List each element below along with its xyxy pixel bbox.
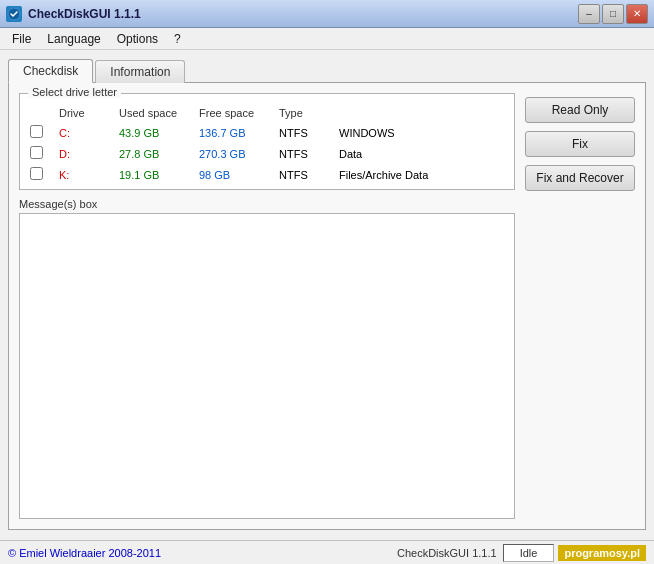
drive-used-2: 19.1 GB [113, 164, 193, 185]
drive-free-2: 98 GB [193, 164, 273, 185]
drive-desc-1: Data [333, 143, 510, 164]
tab-checkdisk[interactable]: Checkdisk [8, 59, 93, 83]
right-panel: Read Only Fix Fix and Recover [525, 93, 635, 519]
tab-information[interactable]: Information [95, 60, 185, 83]
window-controls: – □ ✕ [578, 4, 648, 24]
drive-type-2: NTFS [273, 164, 333, 185]
left-panel: Select drive letter Drive Used space Fre… [19, 93, 515, 519]
main-content: Checkdisk Information Select drive lette… [0, 50, 654, 540]
minimize-button[interactable]: – [578, 4, 600, 24]
drive-free-1: 270.3 GB [193, 143, 273, 164]
table-row: D: 27.8 GB 270.3 GB NTFS Data [24, 143, 510, 164]
fix-button[interactable]: Fix [525, 131, 635, 157]
drive-group-label: Select drive letter [28, 86, 121, 98]
table-row: K: 19.1 GB 98 GB NTFS Files/Archive Data [24, 164, 510, 185]
drive-desc-2: Files/Archive Data [333, 164, 510, 185]
drive-table: Drive Used space Free space Type C: 43.9… [24, 104, 510, 185]
drive-letter-0: C: [53, 122, 113, 143]
drive-used-1: 27.8 GB [113, 143, 193, 164]
col-free: Free space [193, 104, 273, 122]
col-type: Type [273, 104, 333, 122]
drive-free-0: 136.7 GB [193, 122, 273, 143]
drive-type-1: NTFS [273, 143, 333, 164]
drive-checkbox-2[interactable] [30, 167, 43, 180]
drive-checkbox-1[interactable] [30, 146, 43, 159]
tab-bar: Checkdisk Information [8, 58, 646, 82]
programosy-logo: programosy.pl [558, 545, 646, 561]
read-only-button[interactable]: Read Only [525, 97, 635, 123]
close-button[interactable]: ✕ [626, 4, 648, 24]
status-app-name: CheckDiskGUI 1.1.1 [397, 547, 497, 559]
menu-help[interactable]: ? [166, 30, 189, 48]
drive-group: Select drive letter Drive Used space Fre… [19, 93, 515, 190]
table-row: C: 43.9 GB 136.7 GB NTFS WINDOWS [24, 122, 510, 143]
menu-file[interactable]: File [4, 30, 39, 48]
app-icon [6, 6, 22, 22]
drive-letter-1: D: [53, 143, 113, 164]
status-idle: Idle [503, 544, 555, 562]
menu-language[interactable]: Language [39, 30, 108, 48]
messages-label: Message(s) box [19, 198, 515, 210]
status-copyright: © Emiel Wieldraaier 2008-2011 [8, 547, 397, 559]
messages-textarea[interactable] [19, 213, 515, 519]
messages-group: Message(s) box [19, 198, 515, 519]
drive-desc-0: WINDOWS [333, 122, 510, 143]
window-title: CheckDiskGUI 1.1.1 [28, 7, 578, 21]
drive-type-0: NTFS [273, 122, 333, 143]
fix-and-recover-button[interactable]: Fix and Recover [525, 165, 635, 191]
status-bar: © Emiel Wieldraaier 2008-2011 CheckDiskG… [0, 540, 654, 564]
checkdisk-panel: Select drive letter Drive Used space Fre… [8, 82, 646, 530]
drive-checkbox-0[interactable] [30, 125, 43, 138]
menu-options[interactable]: Options [109, 30, 166, 48]
title-bar: CheckDiskGUI 1.1.1 – □ ✕ [0, 0, 654, 28]
drive-used-0: 43.9 GB [113, 122, 193, 143]
status-right: CheckDiskGUI 1.1.1 Idle programosy.pl [397, 544, 646, 562]
col-drive: Drive [53, 104, 113, 122]
drive-letter-2: K: [53, 164, 113, 185]
col-desc [333, 104, 510, 122]
col-used: Used space [113, 104, 193, 122]
menu-bar: File Language Options ? [0, 28, 654, 50]
maximize-button[interactable]: □ [602, 4, 624, 24]
